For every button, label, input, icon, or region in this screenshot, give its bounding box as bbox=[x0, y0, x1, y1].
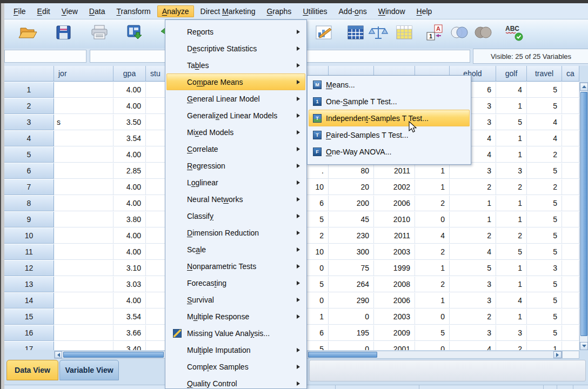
row-number-cell[interactable]: 12 bbox=[4, 260, 54, 276]
scroll-left-button[interactable] bbox=[55, 351, 62, 358]
vertical-scrollbar-thumb[interactable] bbox=[580, 92, 587, 336]
data-cell[interactable]: 5 bbox=[527, 325, 562, 341]
row-number-cell[interactable]: 10 bbox=[4, 228, 54, 244]
data-cell[interactable]: 1 bbox=[496, 196, 527, 211]
data-cell[interactable] bbox=[54, 98, 113, 114]
analyze-menu-item-missing-value-analysis[interactable]: Missing Value Analysis... bbox=[166, 325, 305, 341]
submenu-item-one-way-anova[interactable]: FOne-Way ANOVA... bbox=[309, 143, 470, 160]
data-cell[interactable]: 5 bbox=[496, 244, 527, 260]
submenu-item-independent-samples-t-test[interactable]: TIndependent-Samples T Test... bbox=[309, 110, 470, 126]
submenu-item-paired-samples-t-test[interactable]: TPaired-Samples T Test... bbox=[309, 126, 470, 143]
data-cell[interactable]: 1 bbox=[496, 260, 527, 276]
data-cell[interactable]: 5 bbox=[527, 228, 562, 244]
submenu-item-one-sample-t-test[interactable]: 1One-Sample T Test... bbox=[309, 93, 470, 110]
data-cell[interactable] bbox=[562, 309, 579, 325]
data-cell[interactable]: 3.10 bbox=[113, 260, 146, 276]
data-cell[interactable] bbox=[54, 325, 113, 341]
data-cell[interactable] bbox=[562, 341, 579, 350]
data-cell[interactable]: 0 bbox=[415, 341, 450, 350]
menubar-item-help[interactable]: Help bbox=[412, 5, 437, 17]
data-cell[interactable]: 2010 bbox=[374, 212, 415, 227]
data-cell[interactable]: 0 bbox=[329, 341, 374, 350]
value-labels-icon[interactable]: A1 bbox=[425, 24, 449, 44]
use-variable-sets-icon[interactable] bbox=[449, 24, 472, 44]
data-cell[interactable]: 2009 bbox=[374, 325, 415, 341]
data-cell[interactable]: 4.00 bbox=[113, 147, 146, 163]
data-cell[interactable]: 75 bbox=[329, 260, 374, 276]
row-number-cell[interactable]: 6 bbox=[4, 163, 54, 179]
data-cell[interactable]: 4 bbox=[450, 244, 496, 260]
data-cell[interactable]: 2 bbox=[527, 147, 562, 163]
data-cell[interactable] bbox=[562, 98, 579, 114]
menubar-item-direct-marketing[interactable]: Direct Marketing bbox=[196, 5, 260, 17]
column-header-ca[interactable]: ca bbox=[562, 66, 579, 82]
data-cell[interactable]: 2001 bbox=[374, 341, 415, 350]
data-cell[interactable]: 1 bbox=[415, 260, 450, 276]
data-cell[interactable]: 5 bbox=[496, 115, 527, 130]
menubar-item-transform[interactable]: Transform bbox=[111, 5, 155, 17]
data-cell[interactable]: 1 bbox=[415, 163, 450, 179]
data-cell[interactable]: 3 bbox=[496, 325, 527, 341]
data-cell[interactable]: 2 bbox=[450, 309, 496, 325]
data-cell[interactable]: 4.00 bbox=[113, 98, 146, 114]
data-cell[interactable]: 2011 bbox=[374, 163, 415, 179]
data-cell[interactable]: s bbox=[54, 115, 113, 130]
data-cell[interactable]: 264 bbox=[329, 277, 374, 292]
data-cell[interactable] bbox=[54, 277, 113, 292]
data-cell[interactable]: 1999 bbox=[374, 260, 415, 276]
row-number-cell[interactable]: 15 bbox=[4, 309, 54, 325]
open-file-icon[interactable] bbox=[17, 24, 41, 44]
data-cell[interactable] bbox=[54, 196, 113, 211]
data-cell[interactable] bbox=[562, 196, 579, 211]
data-cell[interactable] bbox=[562, 212, 579, 227]
analyze-menu-item-neural-networks[interactable]: Neural Networks bbox=[166, 191, 305, 207]
data-cell[interactable]: 3 bbox=[450, 163, 496, 179]
value-grid-icon[interactable] bbox=[393, 24, 417, 44]
data-cell[interactable]: 2 bbox=[415, 244, 450, 260]
row-number-cell[interactable]: 8 bbox=[4, 196, 54, 211]
cell-reference-box[interactable] bbox=[4, 50, 86, 63]
data-cell[interactable]: 4 bbox=[527, 115, 562, 130]
row-number-cell[interactable]: 11 bbox=[4, 244, 54, 260]
data-cell[interactable]: 5 bbox=[527, 98, 562, 114]
data-cell[interactable]: 2 bbox=[496, 179, 527, 195]
data-cell[interactable]: 3 bbox=[496, 163, 527, 179]
data-cell[interactable]: 4.00 bbox=[113, 196, 146, 211]
data-cell[interactable]: 4.00 bbox=[113, 293, 146, 308]
data-cell[interactable]: 3.03 bbox=[113, 277, 146, 292]
data-cell[interactable]: 3.80 bbox=[113, 212, 146, 227]
analyze-menu-item-multiple-response[interactable]: Multiple Response bbox=[166, 308, 305, 325]
data-cell[interactable] bbox=[54, 260, 113, 276]
data-cell[interactable]: 4.00 bbox=[113, 179, 146, 195]
data-cell[interactable]: 5 bbox=[527, 163, 562, 179]
analyze-menu-item-correlate[interactable]: Correlate bbox=[166, 140, 305, 157]
analyze-menu-item-tables[interactable]: Tables bbox=[166, 57, 305, 73]
data-cell[interactable] bbox=[562, 244, 579, 260]
column-header-travel[interactable]: travel bbox=[527, 66, 562, 82]
data-cell[interactable]: 2002 bbox=[374, 179, 415, 195]
submenu-item-means[interactable]: MMeans... bbox=[309, 76, 470, 93]
menubar-item-file[interactable]: File bbox=[9, 5, 31, 17]
analyze-menu-item-multiple-imputation[interactable]: Multiple Imputation bbox=[166, 341, 305, 358]
data-cell[interactable]: 5 bbox=[527, 244, 562, 260]
menubar-item-add-ons[interactable]: Add-ons bbox=[334, 5, 372, 17]
data-cell[interactable]: 2 bbox=[415, 277, 450, 292]
data-cell[interactable]: 4 bbox=[450, 341, 496, 350]
analyze-menu-item-loglinear[interactable]: Loglinear bbox=[166, 174, 305, 191]
analyze-menu-item-descriptive-statistics[interactable]: Descriptive Statistics bbox=[166, 40, 305, 57]
data-cell[interactable]: 0 bbox=[415, 309, 450, 325]
spell-check-icon[interactable]: ABC bbox=[504, 24, 527, 44]
data-cell[interactable]: 300 bbox=[329, 244, 374, 260]
data-cell[interactable]: 0 bbox=[329, 309, 374, 325]
row-number-cell[interactable]: 2 bbox=[4, 98, 54, 114]
analyze-menu-item-scale[interactable]: Scale bbox=[166, 241, 305, 258]
data-cell[interactable]: 5 bbox=[527, 309, 562, 325]
row-number-cell[interactable]: 9 bbox=[4, 212, 54, 227]
data-cell[interactable] bbox=[562, 293, 579, 308]
analyze-menu-item-compare-means[interactable]: Compare Means bbox=[166, 73, 305, 90]
data-cell[interactable]: 5 bbox=[527, 212, 562, 227]
data-cell[interactable]: 1 bbox=[527, 341, 562, 350]
data-cell[interactable] bbox=[562, 228, 579, 244]
data-cell[interactable]: 1 bbox=[496, 131, 527, 146]
data-cell[interactable]: 4 bbox=[527, 131, 562, 146]
